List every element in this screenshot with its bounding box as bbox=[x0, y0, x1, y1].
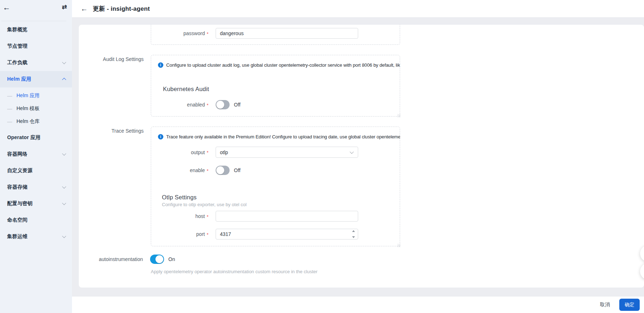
number-stepper[interactable] bbox=[351, 230, 356, 238]
chevron-down-icon bbox=[62, 60, 66, 64]
autoinstrumentation-helper: Apply opentelemetry operator autoinstrum… bbox=[151, 269, 317, 275]
page-header: ← 更新 - insight-agent bbox=[72, 0, 644, 18]
info-icon: i bbox=[158, 134, 163, 139]
required-asterisk: * bbox=[207, 214, 208, 219]
dash-icon: — bbox=[7, 106, 12, 112]
enable-state: Off bbox=[234, 167, 240, 173]
dash-icon: — bbox=[7, 93, 12, 99]
enable-toggle-row: Off bbox=[216, 166, 240, 175]
audit-section-label: Audit Log Settings bbox=[79, 56, 144, 63]
sidebar-item-namespaces[interactable]: 命名空间 bbox=[0, 212, 72, 228]
required-asterisk: * bbox=[207, 103, 208, 108]
enabled-toggle[interactable] bbox=[216, 100, 230, 109]
enabled-state: Off bbox=[234, 102, 240, 108]
switch-cluster-icon[interactable]: ⇄ bbox=[62, 4, 67, 10]
sidebar-item-container-network[interactable]: 容器网络 bbox=[0, 146, 72, 162]
autoinstrumentation-state: On bbox=[168, 256, 175, 262]
sidebar-item-config-secrets[interactable]: 配置与密钥 bbox=[0, 195, 72, 212]
sidebar-subitem-helm-templates[interactable]: — Helm 模板 bbox=[0, 102, 72, 115]
sidebar-item-custom-resources[interactable]: 自定义资源 bbox=[0, 162, 72, 179]
sidebar: ← ⇄ 集群概览 节点管理 工作负载 Helm 应用 — Helm 应用 — H… bbox=[0, 0, 72, 313]
sidebar-item-operator-apps[interactable]: Operator 应用 bbox=[0, 129, 72, 146]
page-title: 更新 - insight-agent bbox=[93, 5, 150, 13]
footer-bar: 取消 确定 bbox=[72, 296, 644, 313]
output-control: otlp bbox=[216, 147, 358, 158]
sidebar-item-cluster-ops[interactable]: 集群运维 bbox=[0, 228, 72, 245]
port-control bbox=[216, 229, 358, 240]
required-asterisk: * bbox=[207, 232, 208, 237]
audit-info: i Configure to upload cluster audit log,… bbox=[158, 62, 400, 68]
otlp-settings-subtitle: Configure to otlp exporter, use by otel … bbox=[162, 202, 246, 208]
chevron-down-icon bbox=[62, 234, 66, 238]
sidebar-item-cluster-overview[interactable]: 集群概览 bbox=[0, 22, 72, 38]
sidebar-menu: 集群概览 节点管理 工作负载 Helm 应用 — Helm 应用 — Helm … bbox=[0, 22, 72, 245]
cancel-button[interactable]: 取消 bbox=[600, 302, 610, 308]
output-label: output* bbox=[137, 147, 208, 158]
form-card: password* Audit Log Settings i Configure… bbox=[79, 25, 644, 288]
required-asterisk: * bbox=[207, 150, 208, 155]
back-arrow-icon[interactable]: ← bbox=[81, 5, 88, 12]
sidebar-divider bbox=[1, 21, 66, 21]
resize-grip-icon bbox=[397, 114, 400, 117]
autoinstrumentation-toggle[interactable] bbox=[150, 255, 164, 264]
dash-icon: — bbox=[7, 119, 12, 124]
stepper-down-icon[interactable] bbox=[352, 236, 355, 238]
content-background: password* Audit Log Settings i Configure… bbox=[72, 18, 644, 296]
chevron-down-icon bbox=[62, 185, 66, 189]
sidebar-subitem-helm-apps[interactable]: — Helm 应用 bbox=[0, 89, 72, 102]
trace-panel bbox=[151, 127, 400, 246]
output-select[interactable]: otlp bbox=[216, 147, 358, 158]
autoinstrumentation-toggle-row: On bbox=[150, 255, 175, 264]
required-asterisk: * bbox=[207, 31, 208, 37]
enabled-toggle-row: Off bbox=[216, 100, 240, 109]
kubernetes-audit-heading: Kubernetes Audit bbox=[163, 85, 209, 93]
chevron-up-icon bbox=[62, 78, 66, 82]
sidebar-item-workloads[interactable]: 工作负载 bbox=[0, 54, 72, 71]
chevron-down-icon bbox=[62, 201, 66, 205]
output-select-value: otlp bbox=[220, 150, 228, 155]
info-icon: i bbox=[158, 62, 163, 68]
sidebar-helm-subgroup: — Helm 应用 — Helm 模板 — Helm 仓库 bbox=[0, 89, 72, 128]
confirm-button[interactable]: 确定 bbox=[619, 299, 640, 311]
port-input[interactable] bbox=[216, 229, 358, 240]
sidebar-item-helm-apps[interactable]: Helm 应用 bbox=[0, 71, 72, 87]
collapse-back-icon[interactable]: ← bbox=[3, 4, 10, 11]
password-control bbox=[216, 28, 358, 39]
password-input[interactable] bbox=[216, 28, 358, 39]
host-input[interactable] bbox=[216, 211, 358, 222]
chevron-down-icon bbox=[62, 152, 66, 156]
sidebar-subitem-helm-repos[interactable]: — Helm 仓库 bbox=[0, 115, 72, 128]
port-label: port* bbox=[137, 229, 208, 240]
trace-info: i Trace feature only available in the Pr… bbox=[158, 134, 400, 140]
sidebar-item-node-management[interactable]: 节点管理 bbox=[0, 38, 72, 54]
enabled-label: enabled* bbox=[137, 100, 208, 109]
trace-section-label: Trace Settings bbox=[79, 127, 144, 134]
chevron-down-icon bbox=[350, 150, 354, 153]
autoinstrumentation-label: autoinstrumentation bbox=[79, 256, 143, 263]
host-label: host* bbox=[137, 211, 208, 222]
required-asterisk: * bbox=[207, 168, 208, 174]
resize-grip-icon bbox=[397, 244, 400, 247]
otlp-settings-heading: Otlp Settings bbox=[162, 194, 197, 201]
host-control bbox=[216, 211, 358, 222]
stepper-up-icon[interactable] bbox=[352, 230, 355, 232]
enable-toggle[interactable] bbox=[216, 166, 230, 175]
sidebar-item-container-storage[interactable]: 容器存储 bbox=[0, 179, 72, 195]
password-label: password* bbox=[137, 28, 208, 39]
enable-label: enable* bbox=[137, 166, 208, 175]
sidebar-top: ← ⇄ bbox=[0, 0, 72, 21]
